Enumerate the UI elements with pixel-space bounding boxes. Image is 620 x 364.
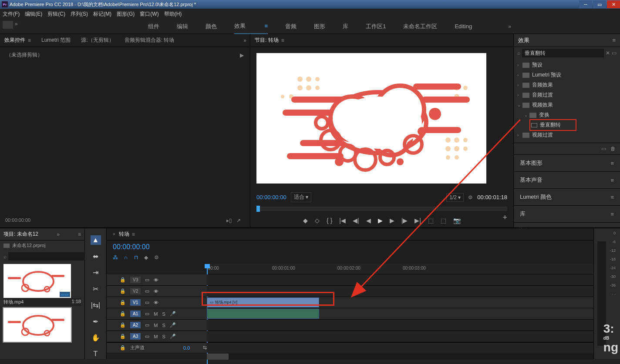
- resolution-dropdown[interactable]: 1/2 ▾: [446, 193, 464, 202]
- solo-button[interactable]: S: [162, 323, 165, 328]
- track-content[interactable]: [207, 308, 593, 319]
- source-export-icon[interactable]: ↗: [236, 217, 241, 224]
- menu-sequence[interactable]: 序列(S): [71, 10, 88, 18]
- project-tab[interactable]: 项目: 未命名12: [3, 230, 38, 238]
- tab-source[interactable]: 源:（无剪辑）: [81, 37, 114, 44]
- voice-icon[interactable]: 🎤: [170, 334, 176, 339]
- voice-icon[interactable]: 🎤: [170, 322, 176, 328]
- pen-tool[interactable]: ✒: [91, 317, 101, 327]
- mute-button[interactable]: M: [154, 323, 158, 328]
- add-button[interactable]: +: [502, 213, 507, 222]
- lock-icon[interactable]: 🔒: [120, 311, 126, 317]
- hand-tool[interactable]: ✋: [91, 333, 101, 343]
- tab-effect-controls[interactable]: 效果控件: [4, 37, 25, 44]
- lift-icon[interactable]: ⬚: [428, 217, 434, 224]
- program-video-frame[interactable]: [256, 53, 486, 184]
- ripple-edit-tool[interactable]: ⇥: [91, 268, 101, 277]
- playhead-head-icon[interactable]: [205, 264, 210, 268]
- lock-icon[interactable]: 🔒: [120, 334, 126, 339]
- project-item-sequence[interactable]: [3, 308, 81, 342]
- playhead-icon[interactable]: [256, 206, 260, 212]
- track-toggle-icon[interactable]: ▭: [145, 288, 149, 294]
- lock-icon[interactable]: 🔒: [120, 345, 126, 351]
- minimize-button[interactable]: ─: [579, 0, 592, 8]
- menu-clip[interactable]: 剪辑(C): [47, 10, 65, 18]
- scrollbar-handle[interactable]: [207, 354, 229, 360]
- workspace-tab[interactable]: 图形: [314, 23, 325, 30]
- project-item[interactable]: ▭▭ 转场.mp4 1:18: [3, 264, 81, 306]
- tree-folder-video-fx[interactable]: ⌄视频效果: [514, 100, 620, 110]
- workspace-tab[interactable]: 颜色: [206, 23, 217, 30]
- clear-search-icon[interactable]: ✕: [606, 50, 610, 56]
- magnet-icon[interactable]: ∩: [124, 254, 128, 260]
- sequence-tab[interactable]: 转场: [119, 230, 129, 238]
- tree-effect-vertical-flip[interactable]: 垂直翻转: [514, 120, 620, 130]
- track-select-tool[interactable]: ⬌: [91, 252, 101, 261]
- tree-folder-lumetri[interactable]: ›Lumetri 预设: [514, 70, 620, 80]
- mute-button[interactable]: M: [154, 334, 158, 339]
- marker-icon[interactable]: { }: [327, 217, 332, 224]
- panel-menu-icon[interactable]: ≡: [281, 37, 284, 43]
- effects-search-input[interactable]: [522, 49, 604, 57]
- track-label[interactable]: A1: [130, 311, 141, 317]
- eye-icon[interactable]: 👁: [154, 300, 158, 305]
- zoom-fit-dropdown[interactable]: 适合 ▾: [291, 192, 311, 202]
- track-label[interactable]: A2: [130, 322, 141, 328]
- track-toggle-icon[interactable]: ▭: [145, 322, 149, 328]
- go-to-in-icon[interactable]: |◀: [339, 217, 346, 224]
- menu-help[interactable]: 帮助(H): [164, 10, 182, 18]
- snap-icon[interactable]: ⁂: [113, 254, 118, 260]
- tree-folder-audio-trans[interactable]: ›音频过渡: [514, 90, 620, 100]
- project-search-input[interactable]: [8, 252, 85, 260]
- workspace-tab[interactable]: 组件: [148, 23, 159, 30]
- track-toggle-icon[interactable]: ▭: [145, 311, 149, 317]
- tree-folder-video-trans[interactable]: ›视频过渡: [514, 130, 620, 140]
- step-fwd-frame-icon[interactable]: ▶: [390, 217, 394, 224]
- export-frame-icon[interactable]: 📷: [453, 217, 461, 224]
- tab-lumetri-scopes[interactable]: Lumetri 范围: [41, 37, 71, 44]
- go-to-out-icon[interactable]: ▶|: [414, 217, 421, 224]
- voice-icon[interactable]: 🎤: [170, 311, 176, 317]
- new-bin-icon[interactable]: ▭: [612, 50, 617, 56]
- settings-icon[interactable]: ⚙: [468, 194, 473, 200]
- track-label[interactable]: V2: [130, 288, 141, 294]
- solo-button[interactable]: S: [162, 311, 165, 317]
- workspace-tab[interactable]: Editing: [455, 23, 472, 30]
- razor-tool[interactable]: ✂: [91, 284, 101, 294]
- linked-selection-icon[interactable]: ⊓: [134, 254, 138, 260]
- program-timecode[interactable]: 00:00:00:00: [256, 194, 286, 200]
- track-label[interactable]: V3: [130, 277, 141, 283]
- track-content[interactable]: [207, 286, 593, 297]
- lock-icon[interactable]: 🔒: [120, 300, 126, 305]
- track-content[interactable]: [207, 331, 593, 342]
- mute-button[interactable]: M: [154, 311, 158, 317]
- menu-file[interactable]: 文件(F): [3, 10, 20, 18]
- menu-edit[interactable]: 编辑(E): [25, 10, 42, 18]
- timeline-zoom-scrollbar[interactable]: [207, 354, 593, 360]
- settings-icon[interactable]: ⚙: [154, 254, 159, 260]
- step-fwd-icon[interactable]: |▶: [401, 217, 408, 224]
- slip-tool[interactable]: |⇆|: [91, 301, 101, 310]
- tree-folder-presets[interactable]: ›预设: [514, 60, 620, 70]
- menu-window[interactable]: 窗口(W): [140, 10, 158, 18]
- timeline-ruler[interactable]: :00:00 00:00:01:00 00:00:02:00 00:00:03:…: [207, 264, 593, 274]
- track-label[interactable]: V1: [130, 299, 141, 306]
- lock-icon[interactable]: 🔒: [120, 277, 126, 283]
- menu-graphics[interactable]: 图形(G): [117, 10, 135, 18]
- panel-essential-graphics[interactable]: 基本图形≡: [514, 154, 620, 171]
- workspace-tab[interactable]: 编辑: [177, 23, 188, 30]
- workspace-tab[interactable]: 工作区1: [366, 23, 386, 30]
- track-toggle-icon[interactable]: ▭: [145, 277, 149, 283]
- panel-menu-icon[interactable]: ≡: [78, 231, 81, 237]
- selection-tool[interactable]: ▲: [91, 235, 101, 245]
- step-back-frame-icon[interactable]: ◀: [366, 217, 371, 224]
- close-sequence-icon[interactable]: ×: [113, 232, 115, 237]
- panel-lumetri-color[interactable]: Lumetri 颜色≡: [514, 188, 620, 205]
- extract-icon[interactable]: ⬚: [441, 217, 446, 224]
- mark-in-icon[interactable]: ◆: [303, 217, 308, 224]
- track-content[interactable]: [207, 343, 593, 353]
- workspace-tab-active[interactable]: 效果 ≡: [234, 22, 268, 34]
- play-button[interactable]: ▶: [378, 217, 383, 224]
- new-folder-icon[interactable]: ▭: [601, 146, 606, 152]
- menu-marker[interactable]: 标记(M): [93, 10, 111, 18]
